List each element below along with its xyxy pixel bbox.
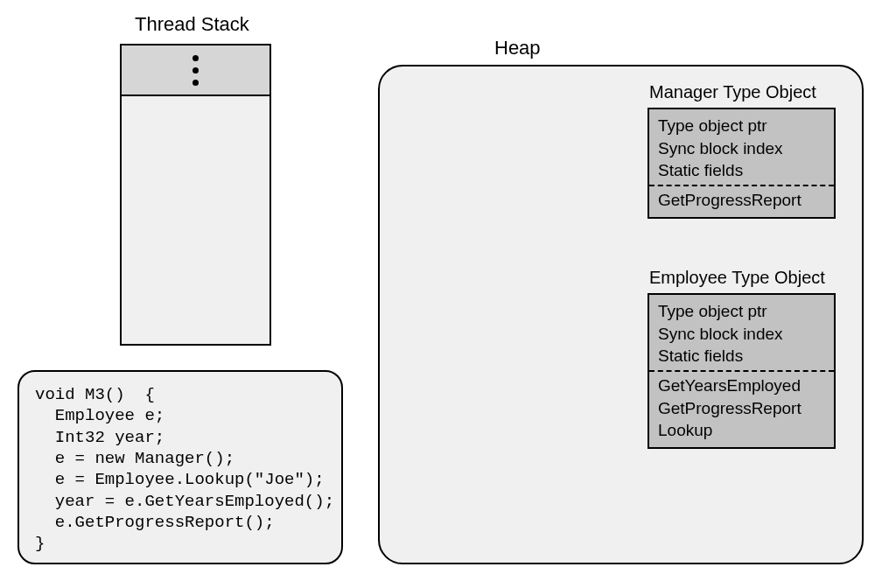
employee-type-object: Employee Type Object Type object ptr Syn… xyxy=(648,268,836,449)
ellipsis-dot xyxy=(192,67,199,74)
static-fields-row: Static fields xyxy=(658,159,825,182)
heap-title: Heap xyxy=(494,37,541,60)
thread-stack-box xyxy=(120,44,271,346)
code-line: Employee e; xyxy=(35,405,326,426)
stack-header xyxy=(122,46,270,96)
method-row: GetProgressReport xyxy=(658,189,825,212)
code-line: year = e.GetYearsEmployed(); xyxy=(35,491,326,512)
static-fields-row: Static fields xyxy=(658,345,825,368)
code-box: void M3() { Employee e; Int32 year; e = … xyxy=(18,370,343,564)
heap-box: Manager Type Object Type object ptr Sync… xyxy=(378,65,864,564)
manager-object-title: Manager Type Object xyxy=(648,82,836,102)
code-line: } xyxy=(35,533,326,554)
type-object-ptr-row: Type object ptr xyxy=(658,115,825,137)
ellipsis-dot xyxy=(192,80,199,86)
employee-object-title: Employee Type Object xyxy=(648,268,836,288)
method-row: GetYearsEmployed xyxy=(658,374,825,397)
separator xyxy=(649,370,834,372)
separator xyxy=(649,185,834,186)
manager-object-box: Type object ptr Sync block index Static … xyxy=(648,108,836,219)
method-row: GetProgressReport xyxy=(658,397,825,420)
method-row: Lookup xyxy=(658,419,825,442)
thread-stack-title: Thread Stack xyxy=(135,13,249,36)
code-line: Int32 year; xyxy=(35,427,326,448)
type-object-ptr-row: Type object ptr xyxy=(658,300,825,323)
sync-block-row: Sync block index xyxy=(658,137,825,160)
code-line: void M3() { xyxy=(35,384,326,405)
code-line: e = Employee.Lookup("Joe"); xyxy=(35,469,326,490)
code-line: e.GetProgressReport(); xyxy=(35,512,326,533)
manager-type-object: Manager Type Object Type object ptr Sync… xyxy=(648,82,836,219)
employee-object-box: Type object ptr Sync block index Static … xyxy=(648,293,836,449)
code-line: e = new Manager(); xyxy=(35,448,326,469)
sync-block-row: Sync block index xyxy=(658,323,825,346)
ellipsis-dot xyxy=(192,55,199,61)
